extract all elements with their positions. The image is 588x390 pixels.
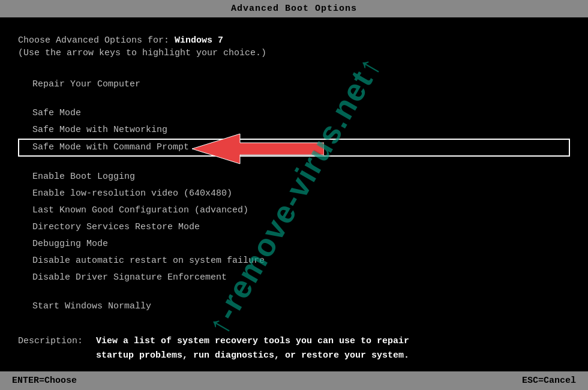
menu-item-start-normal[interactable]: Start Windows Normally [18, 298, 570, 315]
description-area: Description: View a list of system recov… [0, 334, 588, 363]
bottom-bar: ENTER=Choose ESC=Cancel [0, 371, 588, 390]
menu-group-safe-mode: Safe Mode Safe Mode with Networking Safe… [18, 105, 570, 157]
menu-item-disable-driver-sig[interactable]: Disable Driver Signature Enforcement [18, 269, 570, 286]
menu-item-safe-mode-networking[interactable]: Safe Mode with Networking [18, 122, 570, 139]
menu-item-safe-mode-cmd[interactable]: Safe Mode with Command Prompt [18, 139, 570, 157]
desc-line2: startup problems, run diagnostics, or re… [96, 349, 570, 363]
intro-line2: (Use the arrow keys to highlight your ch… [18, 48, 570, 58]
menu-item-last-known-good[interactable]: Last Known Good Configuration (advanced) [18, 202, 570, 219]
title-text: Advanced Boot Options [231, 4, 357, 14]
menu-group-repair: Repair Your Computer [18, 76, 570, 93]
intro-prefix: Choose Advanced Options for: [18, 35, 175, 46]
esc-cancel-label: ESC=Cancel [522, 376, 576, 386]
menu-item-low-res[interactable]: Enable low-resolution video (640x480) [18, 185, 570, 202]
intro-line1: Choose Advanced Options for: Windows 7 [18, 35, 570, 46]
menu-group-start-normal: Start Windows Normally [18, 298, 570, 315]
menu-item-debugging[interactable]: Debugging Mode [18, 236, 570, 253]
menu-item-boot-logging[interactable]: Enable Boot Logging [18, 169, 570, 185]
main-content: Choose Advanced Options for: Windows 7 (… [0, 17, 588, 339]
menu-item-safe-mode[interactable]: Safe Mode [18, 105, 570, 122]
menu-item-repair[interactable]: Repair Your Computer [18, 76, 570, 93]
desc-label: Description: [18, 334, 96, 349]
menu-group-additional: Enable Boot Logging Enable low-resolutio… [18, 169, 570, 286]
menu-item-directory-services[interactable]: Directory Services Restore Mode [18, 219, 570, 236]
desc-line1: View a list of system recovery tools you… [96, 334, 570, 349]
menu-item-disable-restart[interactable]: Disable automatic restart on system fail… [18, 253, 570, 269]
intro-os: Windows 7 [175, 35, 223, 46]
enter-choose-label: ENTER=Choose [12, 376, 77, 386]
title-bar: Advanced Boot Options [0, 0, 588, 17]
